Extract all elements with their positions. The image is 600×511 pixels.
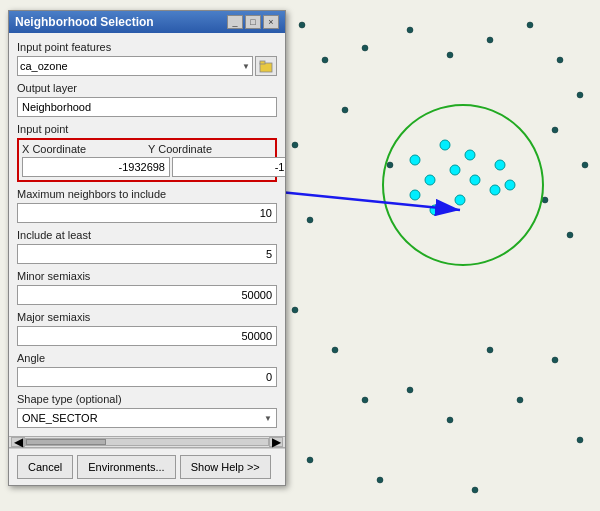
scrollbar-track[interactable] — [25, 438, 269, 446]
max-neighbors-label: Maximum neighbors to include — [17, 188, 277, 200]
major-semiaxis-label: Major semiaxis — [17, 311, 277, 323]
svg-rect-45 — [260, 61, 265, 64]
output-layer-label: Output layer — [17, 82, 277, 94]
cancel-button[interactable]: Cancel — [17, 455, 73, 479]
shape-type-value: ONE_SECTOR — [22, 412, 98, 424]
x-coord-input[interactable] — [22, 157, 170, 177]
input-features-dropdown[interactable]: ca_ozone ▼ — [17, 56, 253, 76]
neighborhood-selection-dialog: Neighborhood Selection _ □ × Input point… — [8, 10, 286, 486]
scroll-right-button[interactable]: ▶ — [269, 437, 283, 447]
max-neighbors-input[interactable] — [17, 203, 277, 223]
dropdown-arrow-icon: ▼ — [242, 62, 250, 71]
shape-type-dropdown[interactable]: ONE_SECTOR ▼ — [17, 408, 277, 428]
angle-input[interactable] — [17, 367, 277, 387]
close-button[interactable]: × — [263, 15, 279, 29]
maximize-button[interactable]: □ — [245, 15, 261, 29]
browse-button[interactable] — [255, 56, 277, 76]
minimize-button[interactable]: _ — [227, 15, 243, 29]
include-at-least-label: Include at least — [17, 229, 277, 241]
minor-semiaxis-label: Minor semiaxis — [17, 270, 277, 282]
input-features-label: Input point features — [17, 41, 277, 53]
output-layer-field: Neighborhood — [17, 97, 277, 117]
input-point-label: Input point — [17, 123, 277, 135]
y-coord-input[interactable] — [172, 157, 285, 177]
shape-type-arrow-icon: ▼ — [264, 414, 272, 423]
title-buttons: _ □ × — [227, 15, 279, 29]
dialog-footer: Cancel Environments... Show Help >> — [9, 448, 285, 485]
coord-inputs — [22, 157, 272, 177]
input-features-row: ca_ozone ▼ — [17, 56, 277, 76]
angle-label: Angle — [17, 352, 277, 364]
dialog-content: Input point features ca_ozone ▼ Output l… — [9, 33, 285, 436]
dialog-titlebar: Neighborhood Selection _ □ × — [9, 11, 285, 33]
show-help-button[interactable]: Show Help >> — [180, 455, 271, 479]
folder-icon — [259, 59, 273, 73]
dialog-title: Neighborhood Selection — [15, 15, 154, 29]
shape-type-label: Shape type (optional) — [17, 393, 277, 405]
scrollbar-area: ◀ ▶ — [9, 436, 285, 448]
minor-semiaxis-input[interactable] — [17, 285, 277, 305]
include-at-least-input[interactable] — [17, 244, 277, 264]
y-coord-header: Y Coordinate — [148, 143, 272, 155]
scroll-left-button[interactable]: ◀ — [11, 437, 25, 447]
environments-button[interactable]: Environments... — [77, 455, 175, 479]
input-features-value: ca_ozone — [20, 60, 68, 72]
coordinate-section: X Coordinate Y Coordinate — [17, 138, 277, 182]
scrollbar-thumb[interactable] — [26, 439, 106, 445]
coord-headers: X Coordinate Y Coordinate — [22, 143, 272, 155]
x-coord-header: X Coordinate — [22, 143, 146, 155]
major-semiaxis-input[interactable] — [17, 326, 277, 346]
